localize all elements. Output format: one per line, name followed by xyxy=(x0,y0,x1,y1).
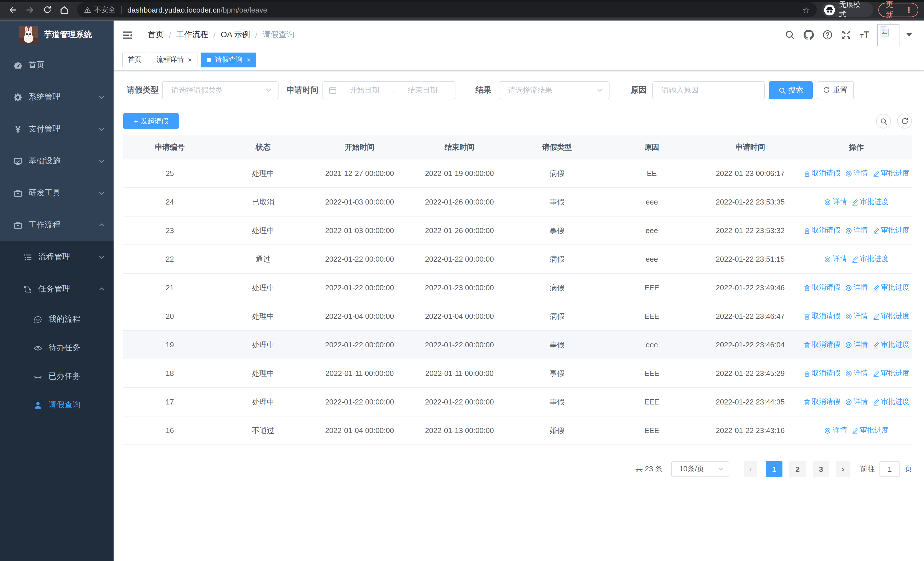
action-cancel-link[interactable]: 取消请假 xyxy=(803,340,840,350)
search-icon[interactable] xyxy=(785,30,795,40)
table-row[interactable]: 25 处理中 2021-12-27 00:00:00 2022-01-19 00… xyxy=(123,159,912,188)
action-progress-link[interactable]: 审批进度 xyxy=(852,254,889,264)
sidebar-item-2[interactable]: 系统管理 xyxy=(0,81,114,113)
font-size-icon[interactable]: TT xyxy=(860,30,869,39)
create-leave-button[interactable]: + 发起请假 xyxy=(123,113,178,129)
browser-menu-icon[interactable]: ⋮ xyxy=(905,5,913,14)
cell-status: 不通过 xyxy=(216,425,310,436)
user-avatar[interactable] xyxy=(877,24,900,46)
breadcrumb-item-2[interactable]: 工作流程 xyxy=(176,30,208,40)
table-row[interactable]: 16 不通过 2022-01-04 00:00:00 2022-01-13 00… xyxy=(123,417,912,445)
reset-button[interactable]: 重置 xyxy=(817,81,854,99)
action-cancel-link[interactable]: 取消请假 xyxy=(803,368,840,378)
incognito-label: 无痕模式 xyxy=(839,0,868,20)
tab-2[interactable]: 流程详情× xyxy=(151,52,198,67)
page-button-1[interactable]: 1 xyxy=(766,461,783,477)
sidebar-item-9[interactable]: 我的流程 xyxy=(0,305,114,334)
close-icon[interactable]: × xyxy=(188,56,192,63)
table-row[interactable]: 24 已取消 2022-01-03 00:00:00 2022-01-26 00… xyxy=(123,188,912,217)
tab-1[interactable]: 首页 xyxy=(122,52,147,67)
sidebar-logo[interactable]: 芋道管理系统 xyxy=(0,21,114,49)
table-body: 25 处理中 2021-12-27 00:00:00 2022-01-19 00… xyxy=(123,159,912,445)
collapse-sidebar-icon[interactable] xyxy=(122,29,133,40)
table-row[interactable]: 22 通过 2022-01-22 00:00:00 2022-01-22 00:… xyxy=(123,245,912,274)
refresh-table-button[interactable] xyxy=(897,114,912,129)
action-progress-link[interactable]: 审批进度 xyxy=(852,426,889,435)
security-label[interactable]: 不安全 xyxy=(94,5,116,15)
browser-back-button[interactable] xyxy=(6,2,21,17)
table-row[interactable]: 23 处理中 2022-01-03 00:00:00 2022-01-26 00… xyxy=(123,217,912,245)
search-button[interactable]: 搜索 xyxy=(769,81,813,99)
action-progress-link[interactable]: 审批进度 xyxy=(872,368,909,378)
bookmark-star-icon[interactable]: ☆ xyxy=(802,5,810,14)
action-progress-link[interactable]: 审批进度 xyxy=(872,226,909,235)
action-progress-link[interactable]: 审批进度 xyxy=(872,311,909,321)
table-row[interactable]: 18 处理中 2022-01-11 00:00:00 2022-01-11 00… xyxy=(123,359,912,388)
page-size-select[interactable]: 10条/页 xyxy=(671,461,729,477)
browser-home-button[interactable] xyxy=(57,2,72,17)
close-icon[interactable]: × xyxy=(246,56,250,63)
sidebar-item-8[interactable]: 任务管理 xyxy=(0,273,114,305)
table-row[interactable]: 21 处理中 2022-01-22 00:00:00 2022-01-23 00… xyxy=(123,274,912,302)
reason-input[interactable]: 请输入原因 xyxy=(652,81,765,99)
action-detail-link[interactable]: 详情 xyxy=(845,168,868,178)
action-detail-link[interactable]: 详情 xyxy=(824,197,847,207)
avatar-dropdown-caret-icon[interactable] xyxy=(906,33,912,36)
page-button-2[interactable]: 2 xyxy=(789,461,806,477)
prev-page-button[interactable]: ‹ xyxy=(744,461,758,477)
breadcrumb-item-3[interactable]: OA 示例 xyxy=(221,30,250,40)
tab-3[interactable]: 请假查询× xyxy=(201,52,256,67)
browser-update-button[interactable]: 更新 ⋮ xyxy=(878,3,918,17)
action-cancel-link[interactable]: 取消请假 xyxy=(803,168,840,178)
action-detail-link[interactable]: 详情 xyxy=(845,283,868,292)
toggle-search-button[interactable] xyxy=(876,114,891,129)
action-detail-link[interactable]: 详情 xyxy=(845,397,868,407)
action-cancel-link[interactable]: 取消请假 xyxy=(803,397,840,407)
next-page-button[interactable]: › xyxy=(836,461,850,477)
action-detail-link[interactable]: 详情 xyxy=(845,311,868,321)
sidebar-item-10[interactable]: 待办任务 xyxy=(0,334,114,362)
cell-id: 24 xyxy=(123,198,216,206)
action-progress-link[interactable]: 审批进度 xyxy=(872,168,909,178)
url-bar[interactable]: 不安全 dashboard.yudao.iocoder.cn/bpm/oa/le… xyxy=(77,2,817,17)
breadcrumb-item-1[interactable]: 首页 xyxy=(148,30,164,40)
browser-reload-button[interactable] xyxy=(40,2,55,17)
action-progress-link[interactable]: 审批进度 xyxy=(852,197,889,207)
action-progress-link[interactable]: 审批进度 xyxy=(872,283,909,292)
not-secure-warning-icon[interactable] xyxy=(84,6,92,14)
browser-forward-button[interactable] xyxy=(23,2,38,17)
table-row[interactable]: 17 处理中 2022-01-22 00:00:00 2022-01-22 00… xyxy=(123,388,912,417)
fullscreen-icon[interactable] xyxy=(841,30,852,40)
sidebar-item-5[interactable]: 研发工具 xyxy=(0,177,114,209)
sidebar-item-7[interactable]: 流程管理 xyxy=(0,241,114,273)
action-detail-link[interactable]: 详情 xyxy=(845,226,868,235)
page-button-3[interactable]: 3 xyxy=(813,461,829,477)
action-detail-link[interactable]: 详情 xyxy=(824,254,847,264)
action-detail-link[interactable]: 详情 xyxy=(845,340,868,350)
cell-leave-type: 事假 xyxy=(510,226,604,236)
chevron-down-icon xyxy=(98,94,105,101)
action-cancel-link[interactable]: 取消请假 xyxy=(803,311,840,321)
action-cancel-link[interactable]: 取消请假 xyxy=(803,226,840,235)
sidebar-item-4[interactable]: 基础设施 xyxy=(0,145,114,177)
sidebar-item-6[interactable]: 工作流程 xyxy=(0,209,114,241)
action-detail-link[interactable]: 详情 xyxy=(824,426,847,435)
result-select[interactable]: 请选择流结果 xyxy=(499,81,609,99)
table-row[interactable]: 19 处理中 2022-01-22 00:00:00 2022-01-22 00… xyxy=(123,331,912,359)
action-progress-link[interactable]: 审批进度 xyxy=(872,397,909,407)
action-detail-link[interactable]: 详情 xyxy=(845,368,868,378)
sidebar-item-11[interactable]: 已办任务 xyxy=(0,362,114,391)
action-progress-link[interactable]: 审批进度 xyxy=(872,340,909,350)
leave-type-select[interactable]: 请选择请假类型 xyxy=(162,81,279,99)
action-cancel-link[interactable]: 取消请假 xyxy=(803,283,840,292)
sidebar-item-3[interactable]: ¥ 支付管理 xyxy=(0,113,114,145)
github-icon[interactable] xyxy=(804,30,814,40)
chevron-down-icon xyxy=(98,126,105,132)
sidebar-item-1[interactable]: 首页 xyxy=(0,49,114,81)
cell-id: 25 xyxy=(123,169,216,177)
table-row[interactable]: 20 处理中 2022-01-04 00:00:00 2022-01-04 00… xyxy=(123,302,912,331)
help-icon[interactable] xyxy=(822,30,832,40)
sidebar-item-12[interactable]: 请假查询 xyxy=(0,391,114,419)
apply-time-range-input[interactable]: 开始日期 - 结束日期 xyxy=(322,81,455,99)
goto-page-input[interactable]: 1 xyxy=(879,461,900,477)
